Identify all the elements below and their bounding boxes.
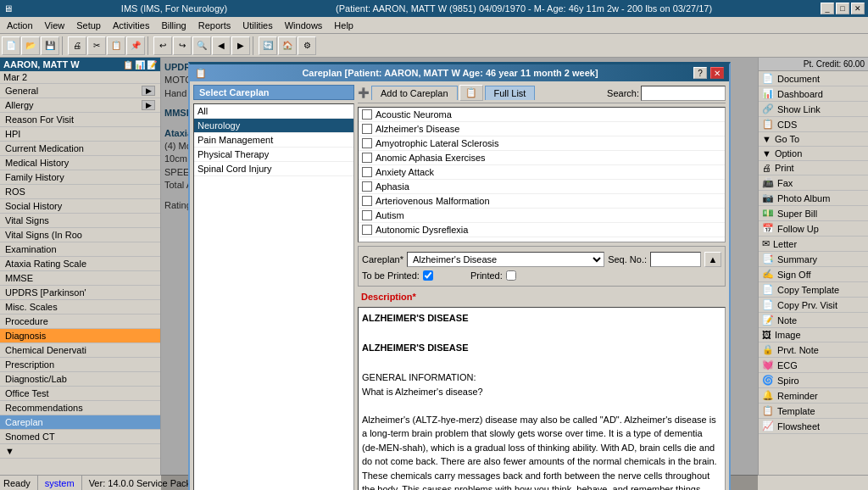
icon-1[interactable]: 📋: [123, 60, 133, 70]
sidebar-photo[interactable]: 📷 Photo Album: [759, 191, 868, 206]
sidebar-flowsheet[interactable]: 📈 Flowsheet: [759, 419, 868, 434]
condition-als[interactable]: Amyotrophic Lateral Sclerosis: [359, 136, 725, 151]
careplan-spinal[interactable]: Spinal Cord Injury: [194, 162, 353, 176]
back-button[interactable]: ◀: [212, 36, 231, 55]
nav-hpi[interactable]: HPI: [0, 127, 160, 142]
sidebar-letter[interactable]: ✉ Letter: [759, 237, 868, 252]
copy-button[interactable]: 📋: [107, 36, 125, 55]
sidebar-copy-prev[interactable]: 📄 Copy Prv. Visit: [759, 298, 868, 313]
sidebar-print[interactable]: 🖨 Print: [759, 161, 868, 175]
condition-alzheimers[interactable]: Alzheimer's Disease: [359, 122, 725, 136]
nav-recommendations[interactable]: Recommendations: [0, 401, 160, 415]
search-input[interactable]: [641, 86, 726, 101]
nav-misc-scales[interactable]: Misc. Scales: [0, 300, 160, 315]
icon-2[interactable]: 📊: [135, 60, 145, 70]
refresh-button[interactable]: 🔄: [259, 36, 277, 55]
modal-close-button[interactable]: ✕: [710, 67, 724, 79]
sidebar-ecg[interactable]: 💓 ECG: [759, 358, 868, 373]
sidebar-reminder[interactable]: 🔔 Reminder: [759, 388, 868, 404]
menu-utilities[interactable]: Utilities: [237, 19, 277, 32]
modal-help-button[interactable]: ?: [693, 67, 707, 79]
printed-checkbox[interactable]: [506, 270, 516, 281]
nav-chemical[interactable]: Chemical Denervati: [0, 343, 160, 358]
careplan-list[interactable]: All Neurology Pain Management Physical T…: [193, 103, 354, 490]
to-be-printed-checkbox[interactable]: [423, 270, 433, 281]
settings-button[interactable]: ⚙: [298, 36, 316, 55]
tab-add-to-careplan[interactable]: Add to Careplan: [371, 86, 458, 100]
menu-activities[interactable]: Activities: [108, 19, 154, 32]
nav-vital-signs-room[interactable]: Vital Signs (In Roo: [0, 228, 160, 242]
condition-anxiety[interactable]: Anxiety Attack: [359, 165, 725, 180]
menu-setup[interactable]: Setup: [71, 19, 106, 32]
print-button[interactable]: 🖨: [68, 36, 86, 55]
description-area[interactable]: ALZHEIMER'S DISEASE ALZHEIMER'S DISEASE …: [358, 307, 726, 490]
careplan-neurology[interactable]: Neurology: [194, 119, 353, 133]
condition-autism[interactable]: Autism: [359, 209, 725, 223]
nav-family-history[interactable]: Family History: [0, 170, 160, 185]
save-toolbar-button[interactable]: 💾: [41, 36, 59, 55]
careplan-pain[interactable]: Pain Management: [194, 133, 353, 148]
copy-icon-btn[interactable]: 📋: [459, 85, 483, 101]
condition-aphasia[interactable]: Aphasia: [359, 180, 725, 194]
forward-button[interactable]: ▶: [231, 36, 250, 55]
tab-full-list[interactable]: Full List: [485, 86, 536, 100]
checkbox-alzheimers[interactable]: [362, 124, 372, 134]
cut-button[interactable]: ✂: [87, 36, 106, 55]
nav-prescription[interactable]: Prescription: [0, 358, 160, 372]
nav-general[interactable]: General▶: [0, 84, 160, 98]
sidebar-option[interactable]: ▼ Option: [759, 147, 868, 161]
nav-examination[interactable]: Examination: [0, 242, 160, 257]
sidebar-spiro[interactable]: 🌀 Spiro: [759, 373, 868, 388]
find-button[interactable]: 🔍: [192, 36, 211, 55]
nav-diagnostic-lab[interactable]: Diagnostic/Lab: [0, 372, 160, 387]
paste-button[interactable]: 📌: [126, 36, 145, 55]
checkbox-als[interactable]: [362, 138, 372, 148]
nav-more[interactable]: ▼: [0, 444, 160, 459]
sidebar-summary[interactable]: 📑 Summary: [759, 252, 868, 267]
checkbox-aphasia[interactable]: [362, 181, 372, 192]
sidebar-template[interactable]: 📋 Template: [759, 404, 868, 419]
checkbox-acoustic[interactable]: [362, 109, 372, 120]
nav-snomed[interactable]: Snomed CT: [0, 430, 160, 444]
sidebar-cds[interactable]: 📋 CDS: [759, 117, 868, 132]
sidebar-fax[interactable]: 📠 Fax: [759, 175, 868, 191]
nav-procedure[interactable]: Procedure: [0, 315, 160, 329]
nav-mmse[interactable]: MMSE: [0, 271, 160, 286]
careplan-field-select[interactable]: Alzheimer's Disease: [407, 252, 604, 267]
sidebar-image[interactable]: 🖼 Image: [759, 328, 868, 342]
checkbox-anomic[interactable]: [362, 153, 372, 163]
sidebar-goto[interactable]: ▼ Go To: [759, 132, 868, 147]
maximize-button[interactable]: □: [836, 3, 849, 14]
nav-ros[interactable]: ROS: [0, 185, 160, 199]
sidebar-super-bill[interactable]: 💵 Super Bill: [759, 206, 868, 221]
checkbox-arteriovenous[interactable]: [362, 196, 372, 206]
condition-list[interactable]: Acoustic Neuroma Alzheimer's Disease Amy…: [358, 107, 726, 242]
condition-autonomic[interactable]: Autonomic Dysreflexia: [359, 223, 725, 237]
nav-vital-signs[interactable]: Vital Signs: [0, 214, 160, 228]
close-button[interactable]: ✕: [851, 3, 865, 14]
checkbox-autonomic[interactable]: [362, 225, 372, 235]
sidebar-prvt-note[interactable]: 🔒 Prvt. Note: [759, 342, 868, 358]
sidebar-copy-template[interactable]: 📄 Copy Template: [759, 282, 868, 298]
sidebar-show-link[interactable]: 🔗 Show Link: [759, 102, 868, 117]
menu-windows[interactable]: Windows: [280, 19, 328, 32]
sidebar-note[interactable]: 📝 Note: [759, 313, 868, 328]
menu-reports[interactable]: Reports: [193, 19, 236, 32]
nav-medical-history[interactable]: Medical History: [0, 156, 160, 170]
seq-no-input[interactable]: [650, 252, 701, 267]
new-button[interactable]: 📄: [2, 36, 20, 55]
nav-reason-visit[interactable]: Reason For Visit: [0, 113, 160, 127]
seq-no-up[interactable]: ▲: [704, 252, 721, 267]
nav-current-medication[interactable]: Current Medication: [0, 142, 160, 156]
sidebar-follow-up[interactable]: 📅 Follow Up: [759, 221, 868, 237]
nav-updrs[interactable]: UPDRS [Parkinson': [0, 286, 160, 300]
nav-social-history[interactable]: Social History: [0, 199, 160, 214]
menu-action[interactable]: Action: [2, 19, 38, 32]
checkbox-anxiety[interactable]: [362, 167, 372, 177]
menu-billing[interactable]: Billing: [156, 19, 191, 32]
nav-diagnosis[interactable]: Diagnosis: [0, 329, 160, 343]
nav-allergy[interactable]: Allergy▶: [0, 98, 160, 113]
icon-3[interactable]: 📝: [147, 60, 157, 70]
menu-help[interactable]: Help: [329, 19, 359, 32]
condition-acoustic[interactable]: Acoustic Neuroma: [359, 108, 725, 122]
